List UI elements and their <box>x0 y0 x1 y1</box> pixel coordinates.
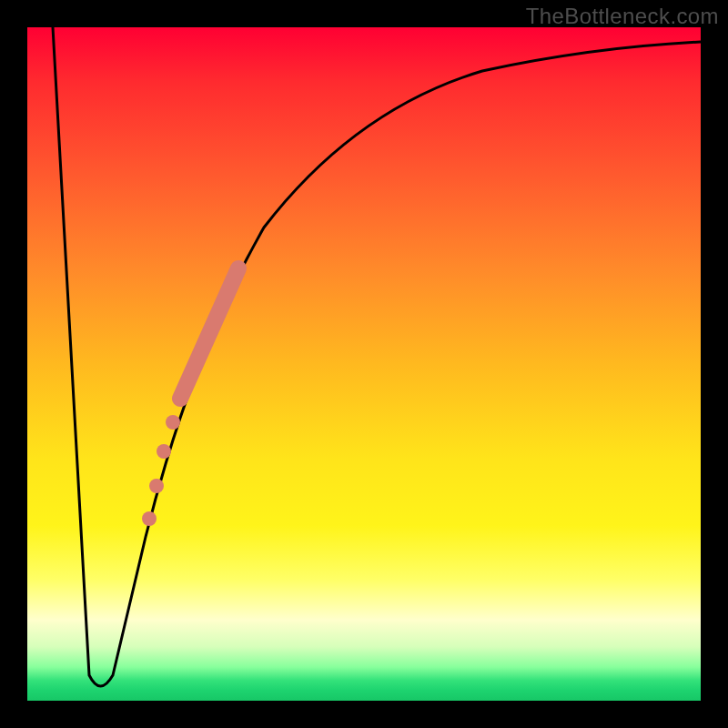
plot-area <box>27 27 701 701</box>
highlight-dot <box>166 415 180 430</box>
curve-layer <box>27 27 701 701</box>
highlight-dot <box>142 511 157 526</box>
highlight-dot <box>149 479 164 493</box>
highlight-segment <box>180 268 238 399</box>
watermark-text: TheBottleneck.com <box>526 4 719 29</box>
highlight-dot <box>157 444 171 459</box>
chart-frame: TheBottleneck.com <box>0 0 728 728</box>
bottleneck-curve <box>53 27 701 686</box>
